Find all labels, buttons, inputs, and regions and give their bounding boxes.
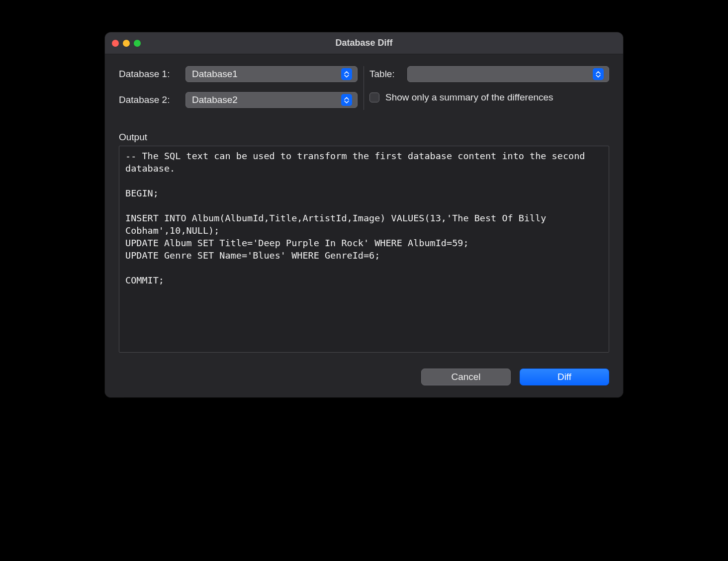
updown-icon	[593, 68, 604, 80]
table-field: Table:	[369, 66, 609, 82]
dialog-content: Database 1: Database1 Database 2: Databa…	[105, 54, 623, 397]
database1-value: Database1	[192, 69, 341, 80]
summary-checkbox-row: Show only a summary of the differences	[369, 92, 609, 103]
dialog-actions: Cancel Diff	[119, 369, 609, 385]
traffic-lights	[112, 40, 141, 47]
right-column: Table: Show only a summary of the differ…	[369, 66, 609, 103]
database2-field: Database 2: Database2	[119, 92, 358, 108]
output-textarea[interactable]: -- The SQL text can be used to transform…	[119, 146, 609, 353]
output-label: Output	[119, 132, 609, 143]
database2-label: Database 2:	[119, 94, 179, 105]
updown-icon	[341, 68, 352, 80]
table-select[interactable]	[407, 66, 609, 82]
database1-label: Database 1:	[119, 69, 179, 80]
database2-select[interactable]: Database2	[185, 92, 358, 108]
table-label: Table:	[369, 69, 400, 80]
zoom-window-button[interactable]	[134, 40, 141, 47]
window-title: Database Diff	[105, 38, 623, 48]
cancel-button[interactable]: Cancel	[421, 369, 511, 385]
vertical-divider	[364, 66, 364, 110]
left-column: Database 1: Database1 Database 2: Databa…	[119, 66, 358, 108]
dialog-window: Database Diff Database 1: Database1 Data…	[105, 32, 623, 397]
diff-button[interactable]: Diff	[520, 369, 609, 385]
form-row: Database 1: Database1 Database 2: Databa…	[119, 66, 609, 110]
summary-checkbox[interactable]	[369, 93, 379, 102]
updown-icon	[341, 94, 352, 106]
database2-value: Database2	[192, 94, 341, 105]
minimize-window-button[interactable]	[123, 40, 130, 47]
close-window-button[interactable]	[112, 40, 119, 47]
summary-checkbox-label: Show only a summary of the differences	[385, 92, 553, 103]
database1-select[interactable]: Database1	[185, 66, 358, 82]
database1-field: Database 1: Database1	[119, 66, 358, 82]
titlebar: Database Diff	[105, 32, 623, 54]
